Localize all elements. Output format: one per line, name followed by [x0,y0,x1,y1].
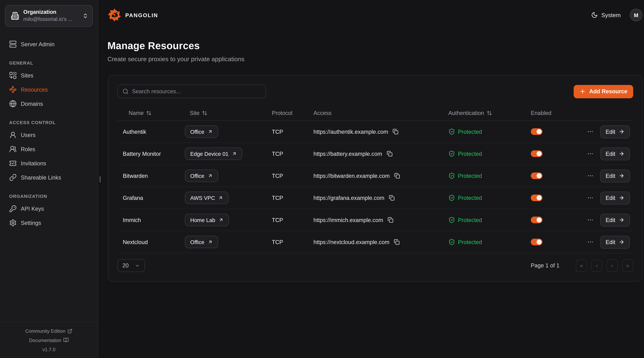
avatar[interactable]: M [630,9,642,21]
column-header-access: Access [314,110,448,116]
next-page-button[interactable]: › [606,259,618,272]
sidebar-item-server-admin[interactable]: Server Admin [5,38,93,51]
users-icon [9,145,16,153]
row-menu-button[interactable] [586,238,594,246]
copy-button[interactable] [388,194,396,202]
resources-card: Add Resource Name Site Protocol Access [108,75,643,282]
page-title: Manage Resources [108,40,643,52]
add-resource-button[interactable]: Add Resource [574,85,633,98]
toggle-knob [536,217,542,222]
sidebar-item-sites[interactable]: Sites [5,69,93,82]
community-edition-link[interactable]: Community Edition [0,326,98,335]
copy-icon [394,173,400,179]
copy-button[interactable] [394,172,401,180]
edit-button[interactable]: Edit [600,147,630,160]
site-link-button[interactable]: Office [185,169,218,182]
page-subtitle: Create secure proxies to your private ap… [108,56,643,63]
resource-name: Nextcloud [117,239,185,245]
enabled-cell [531,172,581,179]
sidebar-item-label: Server Admin [21,41,54,47]
edit-button[interactable]: Edit [600,236,630,248]
sidebar-item-resources[interactable]: Resources [5,83,93,96]
column-header-site[interactable]: Site [185,110,272,116]
resource-name: Immich [117,217,185,223]
pagination-controls: Page 1 of 1 « ‹ › » [531,259,633,272]
protocol: TCP [272,173,314,179]
last-page-button[interactable]: » [622,259,633,272]
sidebar-item-label: Resources [21,87,48,93]
row-menu-button[interactable] [586,216,594,224]
site-link-button[interactable]: Office [185,236,218,248]
edit-button[interactable]: Edit [600,191,630,204]
edit-button[interactable]: Edit [600,169,630,182]
arrow-right-icon [619,239,624,245]
brand-name: PANGOLIN [125,12,158,18]
sidebar-item-settings[interactable]: Settings [5,216,93,229]
documentation-link[interactable]: Documentation [0,335,98,344]
documentation-label: Documentation [29,338,61,343]
ellipsis-icon [587,150,594,157]
row-menu-button[interactable] [586,194,594,202]
globe-icon [9,100,16,108]
table-row: Battery Monitor Edge Device 01 TCP https… [117,143,633,165]
row-menu-button[interactable] [586,150,594,158]
chevron-left-icon: ‹ [596,262,598,269]
building-icon [11,12,19,20]
org-selector[interactable]: Organization milo@fossorial.io's ... [5,5,93,27]
brand[interactable]: PANGOLIN [108,8,158,22]
sidebar-item-domains[interactable]: Domains [5,97,93,110]
site-link-button[interactable]: AWS VPC [185,192,229,204]
previous-page-button[interactable]: ‹ [591,259,602,272]
copy-button[interactable] [393,238,400,246]
actions-cell: Edit [581,169,633,182]
theme-label: System [601,12,621,18]
sidebar-item-api-keys[interactable]: API Keys [5,202,93,215]
search-input[interactable] [132,88,261,95]
sidebar-item-roles[interactable]: Roles [5,142,93,156]
server-icon [9,41,16,48]
sidebar-item-invitations[interactable]: Invitations [5,157,93,170]
enabled-toggle[interactable] [531,128,542,135]
actions-cell: Edit [581,191,633,204]
enabled-toggle[interactable] [531,239,542,245]
row-menu-button[interactable] [586,172,594,180]
column-label: Site [190,110,200,116]
site-name: Office [190,239,204,245]
site-name: Home Lab [190,217,215,223]
auth-status: Protected [458,173,482,179]
edit-button[interactable]: Edit [600,213,630,226]
enabled-toggle[interactable] [531,172,542,179]
sidebar-resize-handle[interactable] [100,176,101,182]
resource-name: Bitwarden [117,173,185,179]
copy-button[interactable] [386,150,393,157]
site-link-button[interactable]: Home Lab [185,214,229,226]
enabled-toggle[interactable] [531,150,542,157]
theme-toggle[interactable]: System [591,12,621,18]
edit-label: Edit [606,151,615,157]
first-page-button[interactable]: « [576,259,587,272]
shield-check-icon [448,150,455,157]
copy-button[interactable] [387,216,394,224]
app-window: Organization milo@fossorial.io's ... Ser… [0,0,644,358]
site-link-button[interactable]: Edge Device 01 [185,147,242,160]
chevrons-right-icon: » [626,262,629,269]
column-header-name[interactable]: Name [117,110,185,116]
page-size-select[interactable]: 20 [117,259,145,272]
main-content: PANGOLIN System M Manage Resources Creat… [98,0,644,358]
site-link-button[interactable]: Office [185,125,218,138]
site-name: Office [190,173,204,179]
access-cell: https://authentik.example.com [314,128,448,135]
enabled-toggle[interactable] [531,194,542,201]
sidebar-item-label: Users [21,132,36,138]
edit-button[interactable]: Edit [600,125,630,138]
sidebar-item-shareable-links[interactable]: Shareable Links [5,171,93,184]
column-header-authentication[interactable]: Authentication [448,110,531,116]
copy-button[interactable] [392,128,400,135]
sort-icon [202,110,207,116]
row-menu-button[interactable] [586,127,594,136]
authentication-cell: Protected [448,217,531,223]
sidebar-item-users[interactable]: Users [5,128,93,142]
enabled-toggle[interactable] [531,217,542,223]
auth-status: Protected [458,129,482,135]
resource-name: Authentik [117,129,185,135]
